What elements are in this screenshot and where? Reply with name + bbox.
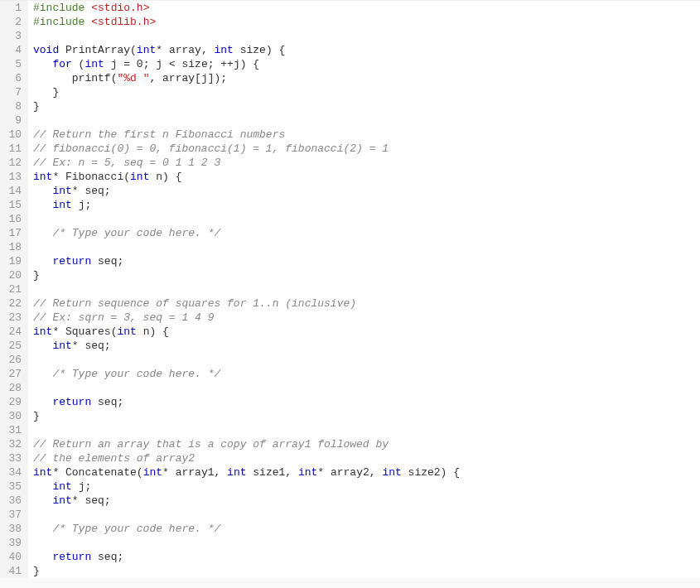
code-line[interactable]: 2#include <stdlib.h> (0, 15, 700, 29)
code-line[interactable]: 27 /* Type your code here. */ (0, 367, 700, 381)
line-content[interactable]: int* Squares(int n) { (28, 325, 700, 339)
code-line[interactable]: 25 int* seq; (0, 339, 700, 353)
line-content[interactable]: return seq; (28, 550, 700, 564)
line-content[interactable]: // fibonacci(0) = 0, fibonacci(1) = 1, f… (28, 142, 700, 156)
code-line[interactable]: 29 return seq; (0, 395, 700, 409)
line-content[interactable]: /* Type your code here. */ (28, 367, 700, 381)
line-content[interactable]: int* Concatenate(int* array1, int size1,… (28, 465, 700, 480)
line-content[interactable]: for (int j = 0; j < size; ++j) { (28, 57, 700, 71)
code-line[interactable]: 39 (0, 536, 700, 550)
line-content[interactable] (28, 381, 700, 395)
line-content[interactable]: // Return an array that is a copy of arr… (28, 437, 700, 451)
token-id: n (156, 171, 162, 183)
line-content[interactable] (28, 212, 700, 226)
token-ty: int (33, 325, 52, 338)
line-content[interactable]: printf("%d ", array[j]); (28, 71, 700, 85)
line-content[interactable]: // the elements of array2 (28, 451, 700, 465)
token-fn: Fibonacci (65, 171, 123, 183)
token-fn: Squares (65, 325, 111, 338)
token-ty: int (52, 185, 71, 197)
line-content[interactable]: } (28, 409, 700, 423)
line-content[interactable]: #include <stdlib.h> (28, 15, 700, 29)
line-content[interactable]: /* Type your code here. */ (28, 522, 700, 536)
code-line[interactable]: 10// Return the first n Fibonacci number… (0, 128, 700, 142)
line-content[interactable] (28, 508, 700, 522)
code-line[interactable]: 32// Return an array that is a copy of a… (0, 437, 700, 451)
code-line[interactable]: 37 (0, 508, 700, 522)
code-line[interactable]: 20} (0, 268, 700, 282)
line-number: 22 (0, 296, 28, 311)
code-line[interactable]: 22// Return sequence of squares for 1..n… (0, 296, 700, 311)
code-line[interactable]: 6 printf("%d ", array[j]); (0, 71, 700, 85)
code-line[interactable]: 33// the elements of array2 (0, 451, 700, 465)
token-pn: ; (104, 340, 111, 352)
line-content[interactable]: int j; (28, 480, 700, 494)
line-content[interactable]: void PrintArray(int* array, int size) { (28, 43, 700, 57)
code-line[interactable]: 30} (0, 409, 700, 423)
token-id: size1 (253, 466, 285, 479)
line-content[interactable]: return seq; (28, 254, 700, 268)
line-content[interactable] (28, 353, 700, 367)
line-content[interactable] (28, 282, 700, 296)
code-line[interactable]: 38 /* Type your code here. */ (0, 522, 700, 536)
token-cm: // Ex: n = 5, seq = 0 1 1 2 3 (33, 157, 220, 169)
line-content[interactable] (28, 423, 700, 437)
line-number: 24 (0, 325, 28, 339)
code-line[interactable]: 7 } (0, 85, 700, 99)
token-id: seq (98, 551, 117, 563)
token-pn (33, 396, 52, 408)
token-pn: } (33, 565, 40, 577)
code-line[interactable]: 21 (0, 282, 700, 296)
code-line[interactable]: 15 int j; (0, 198, 700, 212)
code-line[interactable]: 41} (0, 564, 700, 578)
line-content[interactable]: } (28, 268, 700, 282)
line-content[interactable]: #include <stdio.h> (28, 1, 700, 15)
line-content[interactable] (28, 29, 700, 43)
code-editor[interactable]: 1#include <stdio.h>2#include <stdlib.h>3… (0, 0, 700, 578)
line-content[interactable]: } (28, 99, 700, 113)
line-content[interactable] (28, 536, 700, 550)
line-content[interactable]: /* Type your code here. */ (28, 226, 700, 240)
code-line[interactable]: 31 (0, 423, 700, 437)
line-content[interactable]: return seq; (28, 395, 700, 409)
code-line[interactable]: 4void PrintArray(int* array, int size) { (0, 43, 700, 57)
code-line[interactable]: 8} (0, 99, 700, 113)
line-content[interactable]: } (28, 564, 700, 578)
token-ty: int (84, 58, 104, 70)
line-content[interactable]: int* seq; (28, 494, 700, 508)
token-id: seq (98, 255, 117, 267)
code-line[interactable]: 1#include <stdio.h> (0, 1, 700, 15)
line-content[interactable]: int j; (28, 198, 700, 212)
line-content[interactable] (28, 113, 700, 128)
code-line[interactable]: 17 /* Type your code here. */ (0, 226, 700, 240)
code-line[interactable]: 14 int* seq; (0, 184, 700, 198)
token-id: j (201, 72, 208, 84)
code-line[interactable]: 35 int j; (0, 480, 700, 494)
code-line[interactable]: 40 return seq; (0, 550, 700, 564)
line-number: 2 (0, 15, 28, 29)
code-line[interactable]: 16 (0, 212, 700, 226)
code-line[interactable]: 9 (0, 113, 700, 128)
code-line[interactable]: 3 (0, 29, 700, 43)
code-line[interactable]: 34int* Concatenate(int* array1, int size… (0, 465, 700, 480)
code-line[interactable]: 28 (0, 381, 700, 395)
line-content[interactable]: // Ex: n = 5, seq = 0 1 1 2 3 (28, 156, 700, 170)
line-content[interactable]: } (28, 85, 700, 99)
line-content[interactable]: // Ex: sqrn = 3, seq = 1 4 9 (28, 311, 700, 325)
line-content[interactable]: int* seq; (28, 339, 700, 353)
code-line[interactable]: 24int* Squares(int n) { (0, 325, 700, 339)
line-content[interactable]: int* seq; (28, 184, 700, 198)
code-line[interactable]: 5 for (int j = 0; j < size; ++j) { (0, 57, 700, 71)
code-line[interactable]: 36 int* seq; (0, 494, 700, 508)
code-line[interactable]: 26 (0, 353, 700, 367)
code-line[interactable]: 11// fibonacci(0) = 0, fibonacci(1) = 1,… (0, 142, 700, 156)
line-content[interactable]: // Return the first n Fibonacci numbers (28, 128, 700, 142)
code-line[interactable]: 19 return seq; (0, 254, 700, 268)
code-line[interactable]: 13int* Fibonacci(int n) { (0, 170, 700, 184)
line-content[interactable] (28, 240, 700, 254)
line-content[interactable]: // Return sequence of squares for 1..n (… (28, 296, 700, 311)
line-content[interactable]: int* Fibonacci(int n) { (28, 170, 700, 184)
code-line[interactable]: 18 (0, 240, 700, 254)
code-line[interactable]: 12// Ex: n = 5, seq = 0 1 1 2 3 (0, 156, 700, 170)
code-line[interactable]: 23// Ex: sqrn = 3, seq = 1 4 9 (0, 311, 700, 325)
